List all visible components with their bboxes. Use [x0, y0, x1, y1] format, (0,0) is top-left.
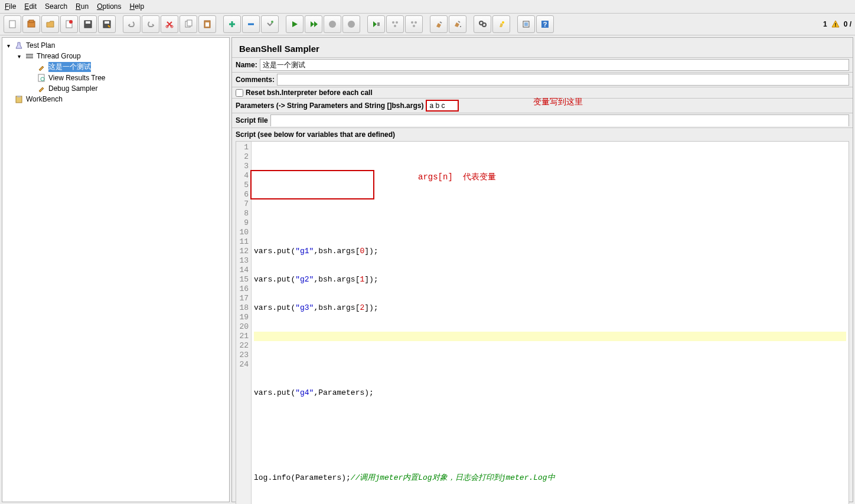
tree-toggle-icon[interactable]: ▾ [15, 53, 22, 60]
params-input[interactable] [426, 100, 459, 112]
name-label: Name: [236, 61, 257, 69]
tree-panel[interactable]: ▾ Test Plan ▾ Thread Group 这是一个测试 View R… [2, 37, 230, 502]
cut-button[interactable] [161, 15, 178, 33]
collapse-button[interactable] [242, 15, 260, 33]
svg-point-27 [502, 21, 504, 24]
menu-edit[interactable]: Edit [24, 2, 37, 11]
expand-button[interactable] [223, 15, 241, 33]
open-button[interactable] [41, 15, 59, 33]
start-no-timers-button[interactable] [305, 15, 322, 33]
tree-workbench[interactable]: WorkBench [5, 94, 227, 104]
scriptfile-input[interactable] [270, 114, 849, 126]
scriptfile-label: Script file [236, 116, 268, 125]
reset-label: Reset bsh.Interpreter before each call [246, 89, 373, 97]
remote-stop-button[interactable] [405, 15, 423, 33]
beaker-icon [14, 41, 24, 50]
svg-rect-6 [86, 21, 90, 24]
menu-options[interactable]: Options [97, 2, 121, 11]
tree-thread-group[interactable]: ▾ Thread Group [15, 51, 227, 61]
toolbar: ? 1 ! 0 / [0, 13, 855, 35]
scriptfile-row: Script file [232, 113, 853, 127]
spool-icon [25, 51, 34, 61]
svg-point-24 [413, 25, 415, 27]
code-area[interactable]: vars.put("g1",bsh.args[0]); vars.put("g2… [252, 142, 849, 504]
undo-button[interactable] [123, 15, 141, 33]
clear-button[interactable] [430, 15, 448, 33]
warning-icon: ! [831, 19, 840, 29]
remote-start-button[interactable] [367, 15, 385, 33]
error-count: 0 / [844, 20, 851, 28]
panel-title: BeanShell Sampler [232, 38, 853, 57]
close-button[interactable] [60, 15, 78, 33]
menu-help[interactable]: Help [130, 2, 145, 11]
gutter: 123456789101112131415161718192021222324 [236, 142, 252, 504]
menubar: File Edit Search Run Options Help [0, 0, 855, 13]
function-helper-button[interactable] [517, 15, 535, 33]
annotation-params: 变量写到这里 [533, 97, 583, 107]
tree-beanshell-sampler[interactable]: 这是一个测试 [37, 61, 227, 73]
menu-file[interactable]: File [5, 2, 16, 11]
save-button[interactable] [79, 15, 97, 33]
comments-label: Comments: [236, 76, 275, 84]
menu-run[interactable]: Run [76, 2, 89, 11]
svg-rect-14 [205, 22, 209, 27]
svg-rect-0 [9, 21, 15, 28]
copy-button[interactable] [180, 15, 197, 33]
clear-all-button[interactable] [449, 15, 466, 33]
svg-point-22 [411, 21, 413, 24]
svg-rect-2 [29, 20, 34, 22]
svg-text:!: ! [834, 22, 836, 28]
tree-test-plan[interactable]: ▾ Test Plan [5, 40, 227, 51]
paste-button[interactable] [198, 15, 216, 33]
spacer [5, 96, 12, 103]
name-input[interactable] [260, 59, 849, 71]
page-icon [37, 73, 46, 83]
svg-point-21 [394, 25, 396, 27]
tree-toggle-icon[interactable]: ▾ [5, 42, 12, 49]
toggle-button[interactable] [261, 15, 279, 33]
svg-point-20 [396, 21, 398, 24]
shutdown-button[interactable] [342, 15, 360, 33]
menu-search[interactable]: Search [45, 2, 67, 11]
svg-rect-8 [105, 21, 109, 24]
svg-point-17 [348, 21, 355, 28]
script-editor[interactable]: 123456789101112131415161718192021222324 … [236, 141, 849, 504]
script-label: Script (see below for variables that are… [232, 127, 853, 140]
svg-point-15 [271, 21, 273, 23]
new-button[interactable] [4, 15, 21, 33]
save-as-button[interactable] [98, 15, 116, 33]
comments-row: Comments: [232, 72, 853, 87]
svg-point-23 [415, 21, 417, 24]
svg-point-19 [392, 21, 394, 24]
redo-button[interactable] [142, 15, 159, 33]
tree-view-results[interactable]: View Results Tree [37, 73, 227, 83]
svg-point-16 [329, 21, 336, 28]
stop-button[interactable] [324, 15, 341, 33]
remote-start-all-button[interactable] [386, 15, 404, 33]
annotation-args: args[n] 代表变量 [418, 172, 496, 182]
templates-button[interactable] [22, 15, 40, 33]
svg-point-4 [69, 20, 73, 24]
search-button[interactable] [474, 15, 491, 33]
svg-rect-38 [17, 96, 21, 97]
svg-point-26 [482, 23, 486, 27]
pipette-icon [37, 63, 46, 72]
help-button[interactable]: ? [536, 15, 554, 33]
content-panel: BeanShell Sampler Name: Comments: Reset … [231, 37, 853, 502]
start-button[interactable] [286, 15, 304, 33]
reset-search-button[interactable] [492, 15, 510, 33]
params-row: Parameters (-> String Parameters and Str… [232, 98, 853, 113]
reset-checkbox[interactable] [236, 89, 243, 97]
svg-rect-12 [187, 20, 192, 26]
active-threads: 1 [823, 20, 827, 28]
svg-text:?: ? [543, 21, 547, 28]
svg-rect-34 [26, 57, 33, 58]
clipboard-icon [14, 94, 24, 104]
tree-debug-sampler[interactable]: Debug Sampler [37, 83, 227, 94]
name-row: Name: [232, 57, 853, 72]
params-label: Parameters (-> String Parameters and Str… [236, 102, 423, 110]
svg-rect-18 [377, 22, 380, 26]
pipette-icon [37, 84, 46, 93]
comments-input[interactable] [277, 74, 849, 86]
svg-rect-33 [26, 54, 33, 55]
